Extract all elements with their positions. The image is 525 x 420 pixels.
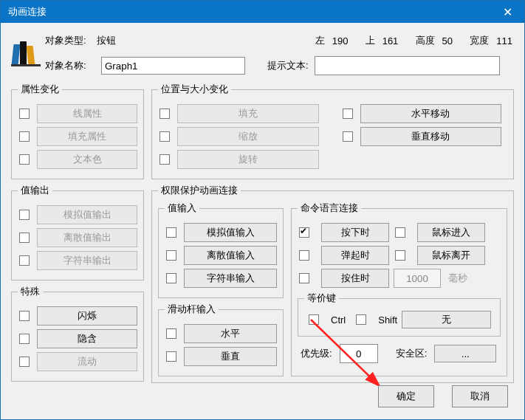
btn-equiv-none[interactable]: 无 bbox=[402, 311, 491, 328]
object-type-label: 对象类型: bbox=[45, 34, 97, 47]
chk-vmove[interactable] bbox=[343, 131, 353, 142]
chk-slider-v[interactable] bbox=[166, 351, 176, 362]
btn-on-hold[interactable]: 按住时 bbox=[321, 269, 389, 288]
chk-rotate[interactable] bbox=[159, 154, 170, 165]
chk-fill-attr[interactable] bbox=[19, 131, 30, 142]
btn-scale[interactable]: 缩放 bbox=[177, 127, 319, 146]
chk-hmove[interactable] bbox=[343, 109, 353, 119]
chk-flow[interactable] bbox=[19, 357, 30, 367]
btn-flow[interactable]: 流动 bbox=[37, 352, 137, 371]
group-value-input: 值输入 模拟值输入 离散值输入 字符串输入 bbox=[158, 202, 284, 298]
group-command-language: 命令语言连接 按下时 鼠标进入 弹起时 鼠标 bbox=[291, 202, 507, 376]
btn-discrete-out[interactable]: 离散值输出 bbox=[37, 228, 137, 247]
btn-string-out[interactable]: 字符串输出 bbox=[37, 251, 137, 270]
object-name-input[interactable] bbox=[101, 57, 245, 75]
group-value-output: 值输出 模拟值输出 离散值输出 字符串输出 bbox=[11, 184, 144, 280]
chk-fill[interactable] bbox=[159, 109, 170, 119]
chk-shift[interactable] bbox=[356, 314, 366, 325]
priority-label: 优先级: bbox=[301, 347, 332, 360]
geometry-readout: 左 190 上 161 高度 50 宽度 111 bbox=[314, 34, 514, 47]
chk-on-release[interactable] bbox=[299, 250, 309, 261]
btn-fill-attr[interactable]: 填充属性 bbox=[37, 127, 137, 146]
group-perm-anim: 权限保护动画连接 值输入 模拟值输入 离散值输入 字符串输入 滑动杆输入 bbox=[151, 184, 514, 383]
cancel-button[interactable]: 取消 bbox=[452, 385, 508, 407]
chk-line-attr[interactable] bbox=[19, 109, 30, 119]
btn-mouse-leave[interactable]: 鼠标离开 bbox=[417, 246, 485, 265]
object-name-label: 对象名称: bbox=[45, 59, 95, 72]
btn-fill[interactable]: 填充 bbox=[177, 104, 319, 123]
object-type-value: 按钮 bbox=[97, 34, 148, 47]
group-special: 特殊 闪烁 隐含 流动 bbox=[11, 285, 144, 382]
chk-scale[interactable] bbox=[159, 131, 170, 142]
btn-on-press[interactable]: 按下时 bbox=[321, 223, 389, 242]
chk-text-color[interactable] bbox=[19, 154, 30, 165]
group-attr-change: 属性变化 线属性 填充属性 文本色 bbox=[11, 83, 144, 179]
btn-on-release[interactable]: 弹起时 bbox=[321, 246, 389, 265]
chk-blink[interactable] bbox=[19, 311, 30, 321]
ok-button[interactable]: 确定 bbox=[378, 385, 434, 407]
chk-on-press[interactable] bbox=[299, 227, 309, 238]
chk-discrete-out[interactable] bbox=[19, 233, 30, 243]
btn-blink[interactable]: 闪烁 bbox=[37, 306, 137, 326]
hold-interval-input[interactable] bbox=[394, 269, 441, 288]
security-label: 安全区: bbox=[396, 347, 428, 360]
btn-analog-out[interactable]: 模拟值输出 bbox=[37, 205, 137, 224]
chk-hide[interactable] bbox=[19, 334, 30, 344]
chk-analog-out[interactable] bbox=[19, 210, 30, 220]
animation-link-dialog: 动画连接 ✕ 对象类型: 按钮 左 190 上 161 高度 50 bbox=[0, 0, 525, 420]
btn-string-in[interactable]: 字符串输入 bbox=[184, 269, 277, 288]
btn-hide[interactable]: 隐含 bbox=[37, 329, 137, 348]
btn-line-attr[interactable]: 线属性 bbox=[37, 104, 137, 123]
btn-mouse-enter[interactable]: 鼠标进入 bbox=[417, 223, 485, 242]
tip-text-input[interactable] bbox=[315, 56, 500, 75]
btn-vmove[interactable]: 垂直移动 bbox=[360, 127, 502, 146]
btn-discrete-in[interactable]: 离散值输入 bbox=[184, 246, 277, 265]
close-icon[interactable]: ✕ bbox=[491, 1, 524, 23]
titlebar: 动画连接 ✕ bbox=[1, 1, 524, 23]
dialog-title: 动画连接 bbox=[8, 5, 47, 18]
books-icon bbox=[11, 40, 41, 68]
group-pos-size: 位置与大小变化 填充 缩放 旋转 水平移动 垂直移动 bbox=[151, 83, 514, 179]
security-zone-button[interactable]: ... bbox=[434, 345, 496, 362]
btn-slider-h[interactable]: 水平 bbox=[184, 324, 277, 343]
chk-discrete-in[interactable] bbox=[166, 250, 176, 261]
chk-string-out[interactable] bbox=[19, 255, 30, 266]
ms-label: 毫秒 bbox=[448, 272, 467, 285]
btn-slider-v[interactable]: 垂直 bbox=[184, 347, 277, 366]
btn-text-color[interactable]: 文本色 bbox=[37, 150, 137, 169]
group-slider-input: 滑动杆输入 水平 垂直 bbox=[158, 303, 284, 376]
chk-string-in[interactable] bbox=[166, 273, 176, 283]
group-equiv-key: 等价键 Ctrl Shift 无 bbox=[298, 292, 501, 337]
priority-input[interactable] bbox=[340, 344, 378, 363]
chk-mouse-enter[interactable] bbox=[395, 227, 405, 238]
chk-ctrl[interactable] bbox=[309, 314, 319, 325]
btn-hmove[interactable]: 水平移动 bbox=[360, 104, 502, 123]
btn-rotate[interactable]: 旋转 bbox=[177, 150, 319, 169]
btn-analog-in[interactable]: 模拟值输入 bbox=[184, 223, 277, 242]
chk-mouse-leave[interactable] bbox=[395, 250, 405, 261]
chk-on-hold[interactable] bbox=[299, 273, 309, 283]
chk-slider-h[interactable] bbox=[166, 328, 176, 339]
chk-analog-in[interactable] bbox=[166, 227, 176, 238]
tip-text-label: 提示文本: bbox=[267, 59, 309, 72]
